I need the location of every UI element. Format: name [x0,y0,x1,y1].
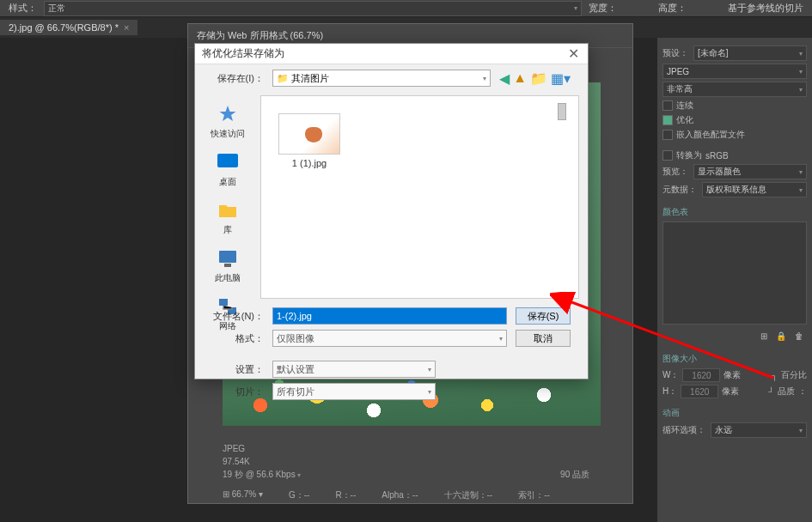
sidebar-thispc[interactable]: 此电脑 [198,243,257,288]
save-button[interactable]: 保存(S) [516,307,571,325]
width-label: 宽度： [589,2,617,15]
slice-label: 切片： [212,385,264,398]
star-icon [216,102,240,126]
preview-status: JPEG 97.54K 19 秒 @ 56.6 Kbps ▾ [223,442,301,481]
preview-dropdown[interactable]: 显示器颜色▾ [693,164,807,179]
format-dropdown[interactable]: JPEG▾ [662,64,807,79]
file-item[interactable]: 1 (1).jpg [278,113,340,168]
format-dropdown[interactable]: 仅限图像▾ [272,330,507,347]
desktop-icon [216,150,240,174]
style-label: 样式： [9,2,37,15]
slice-dropdown[interactable]: 所有切片▾ [272,383,436,400]
settings-label: 设置： [212,363,264,376]
style-select[interactable]: 正常▾ [44,1,582,16]
thumbnail-icon [278,113,340,155]
preset-dropdown[interactable]: [未命名]▾ [693,46,807,61]
filename-input[interactable] [272,307,507,325]
close-icon[interactable]: × [124,22,129,33]
cancel-button[interactable]: 取消 [516,330,571,347]
close-icon[interactable]: ✕ [565,46,581,62]
svg-rect-2 [224,264,231,267]
places-sidebar: 快速访问 桌面 库 此电脑 网络 [195,92,260,302]
preview-quality: 90 品质 [560,469,589,481]
location-dropdown[interactable]: 📁 其清图片 ▾ [272,70,491,87]
sidebar-libraries[interactable]: 库 [198,195,257,240]
svg-rect-0 [217,154,238,167]
embed-profile-check[interactable]: 嵌入颜色配置文件 [662,129,807,141]
loop-dropdown[interactable]: 永远▾ [711,422,807,438]
up-icon[interactable]: ▲ [513,70,527,87]
dialog-title: 将优化结果存储为 [202,46,284,61]
image-size-title: 图像大小 [662,353,807,365]
sidebar-quickaccess[interactable]: 快速访问 [198,99,257,143]
folder-icon [216,198,240,222]
height-label: 高度： [658,2,687,15]
computer-icon [216,246,240,270]
dialog-title-bar[interactable]: 将优化结果存储为 ✕ [195,44,588,64]
metadata-dropdown[interactable]: 版权和联系信息▾ [702,182,807,197]
save-file-dialog: 将优化结果存储为 ✕ 保存在(I)： 📁 其清图片 ▾ ◀ ▲ 📁 ▦▾ 快速访… [194,43,589,379]
back-icon[interactable]: ◀ [499,70,510,87]
height-input[interactable] [681,385,718,398]
quality-dropdown[interactable]: 非常高▾ [662,82,807,97]
optimize-check[interactable]: 优化 [662,114,807,126]
nav-toolbar: ◀ ▲ 📁 ▦▾ [499,70,571,87]
settings-dropdown[interactable]: 默认设置▾ [272,361,436,378]
color-table-title: 颜色表 [662,206,807,218]
swatch-icon[interactable]: ⊞ [760,331,767,341]
options-bar: 样式： 正常▾ 宽度： 高度： 基于参考线的切片 [0,0,812,17]
convert-check[interactable]: 转换为 sRGB [662,149,807,161]
metadata-label: 元数据： [662,184,697,196]
file-list[interactable]: 1 (1).jpg [260,95,579,299]
color-swatch-area [662,222,807,325]
refline-label: 基于参考线的切片 [728,2,803,15]
right-options-panel: 预设： [未命名]▾ JPEG▾ 非常高▾ 连续 优化 嵌入颜色配置文件 转换为… [657,38,812,522]
info-bar: ⊞ 66.7% ▾ G：-- R：-- Alpha：-- 十六进制：-- 索引：… [223,489,615,501]
lock-icon[interactable]: 🔒 [776,331,786,341]
preview-label: 预览： [662,166,688,178]
document-tab[interactable]: 2).jpg @ 66.7%(RGB/8*) * × [0,20,137,35]
loop-label: 循环选项： [662,424,705,436]
animation-title: 动画 [662,407,807,419]
svg-rect-3 [219,299,228,306]
svg-rect-1 [219,251,236,263]
width-input[interactable] [682,368,720,382]
filename-label: 文件名(N)： [212,310,264,323]
progressive-check[interactable]: 连续 [662,100,807,112]
format-label: 格式： [212,332,264,345]
quality-label: 品质 [778,385,795,398]
view-icon[interactable]: ▦▾ [551,70,571,87]
scrollbar[interactable] [558,103,568,291]
new-folder-icon[interactable]: 📁 [530,70,547,87]
tab-label: 2).jpg @ 66.7%(RGB/8*) * [9,22,119,33]
savein-label: 保存在(I)： [212,72,264,85]
sidebar-desktop[interactable]: 桌面 [198,147,257,191]
trash-icon[interactable]: 🗑 [795,331,803,341]
preset-label: 预设： [662,47,688,59]
